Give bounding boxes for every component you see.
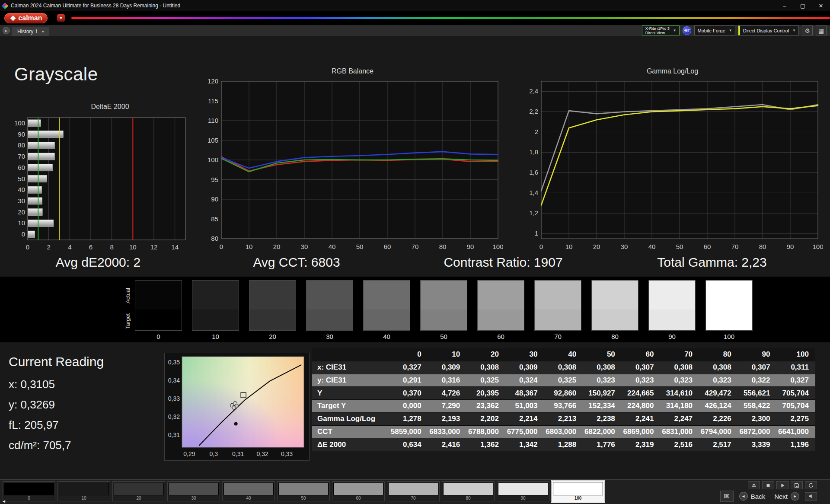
- swatch-level-label: 60: [497, 333, 504, 340]
- table-cell: 6872,000: [738, 426, 777, 438]
- stop-button[interactable]: [762, 481, 774, 489]
- x-tick-label: 0: [220, 243, 223, 250]
- level-button-label: 90: [497, 495, 549, 501]
- swatch-level-label: 70: [554, 333, 562, 340]
- close-button[interactable]: ✕: [812, 0, 830, 11]
- table-row: Y0,3704,72620,39548,36792,860150,927224,…: [312, 387, 815, 400]
- y-tick-label: 70: [18, 153, 25, 160]
- source-select[interactable]: Mobile Forge ▼: [694, 26, 735, 35]
- swatch-square: [477, 280, 524, 331]
- tab-history-label: History 1: [17, 29, 38, 35]
- y-tick-label: 10: [18, 219, 25, 226]
- level-button-swatch: [278, 483, 329, 495]
- actual-swatch: [306, 281, 353, 309]
- grayscale-level-button-20[interactable]: 20: [112, 482, 165, 501]
- meter-select[interactable]: X-Rite i1Pro 3 Direct View ▼: [642, 26, 680, 35]
- calman-diamond-icon: ❖: [10, 14, 16, 22]
- grayscale-level-button-0[interactable]: 0: [3, 482, 55, 501]
- table-cell: 0,291: [389, 374, 428, 387]
- table-cell: 1,278: [389, 413, 428, 425]
- mute-button[interactable]: [805, 492, 817, 501]
- swatch-square: [706, 280, 753, 331]
- x-tick-label: 0: [26, 243, 29, 251]
- table-cell: 1,342: [505, 438, 544, 451]
- refresh-button[interactable]: [805, 481, 817, 489]
- table-cell: 0,324: [505, 374, 544, 387]
- table-cell: 3,339: [738, 438, 777, 451]
- back-button[interactable]: ◄ Back: [736, 492, 769, 501]
- grayscale-level-button-50[interactable]: 50: [277, 482, 330, 501]
- maximize-button[interactable]: ▢: [794, 0, 812, 11]
- minimize-button[interactable]: –: [776, 0, 794, 11]
- grayscale-level-button-10[interactable]: 10: [57, 482, 110, 501]
- x-tick-label: 40: [648, 243, 656, 250]
- grayscale-swatch-20: 20: [249, 280, 296, 340]
- y-tick-label: 2,4: [529, 87, 538, 95]
- table-cell: 2,202: [466, 413, 505, 425]
- next-button-label: Next: [774, 493, 788, 500]
- next-button[interactable]: Next ►: [771, 492, 803, 501]
- scroll-left-button[interactable]: ◄: [2, 499, 6, 504]
- target-swatch: [364, 309, 410, 330]
- grayscale-level-button-100[interactable]: 100: [552, 481, 604, 502]
- level-button-label: 100: [552, 495, 604, 502]
- x-tick-label: 90: [787, 243, 794, 250]
- calman-menu-button[interactable]: ❖ calman: [4, 13, 48, 23]
- x-tick-label: 10: [129, 243, 137, 251]
- swatch-square: [363, 280, 410, 331]
- eject-button[interactable]: [748, 481, 760, 489]
- display-control-select[interactable]: Direct Display Control ▼: [738, 26, 799, 35]
- deltae-bar-80: [28, 142, 54, 149]
- table-column-header: 90: [738, 348, 777, 361]
- swatch-square: [192, 280, 239, 331]
- target-swatch: [478, 309, 524, 330]
- layout-button[interactable]: ▦: [816, 26, 827, 35]
- settings-button[interactable]: ⚙: [802, 26, 813, 35]
- calman-menu-caret[interactable]: ▼: [57, 14, 65, 22]
- target-swatch: [192, 309, 239, 330]
- grayscale-level-button-90[interactable]: 90: [497, 482, 549, 501]
- table-cell: 1,196: [776, 438, 815, 451]
- y-tick-label: 110: [208, 117, 218, 124]
- table-cell: 705,704: [776, 400, 815, 412]
- swatch-level-label: 90: [668, 333, 676, 340]
- target-row-label: Target: [124, 310, 132, 332]
- y-tick-label: 80: [211, 235, 218, 242]
- table-row: ΔE 20000,6342,4161,3621,3421,2881,7762,3…: [312, 438, 815, 451]
- cie-chromaticity-chart: 0,290,30,310,320,330,310,320,330,340,35: [164, 353, 310, 461]
- x-tick-label: 70: [731, 243, 739, 250]
- tab-history-1[interactable]: History 1 ▼: [13, 27, 49, 36]
- grayscale-level-button-40[interactable]: 40: [222, 482, 275, 501]
- history-nav-button[interactable]: ▸: [3, 27, 10, 34]
- level-button-swatch: [388, 483, 438, 495]
- table-column-header: 70: [660, 348, 699, 361]
- x-tick-label: 8: [110, 243, 113, 251]
- table-cell: 314,180: [660, 400, 699, 412]
- next-icon: ►: [791, 492, 799, 501]
- y-tick-label: 100: [208, 156, 218, 163]
- x-tick-label: 0,29: [183, 450, 195, 457]
- display-mode-button[interactable]: [720, 491, 734, 502]
- grayscale-level-button-30[interactable]: 30: [167, 482, 220, 501]
- gamma-chart-title: Gamma Log/Log: [522, 67, 823, 78]
- target-swatch: [535, 309, 581, 330]
- table-cell: 556,621: [738, 387, 777, 399]
- table-cell: 0,308: [583, 361, 622, 374]
- grayscale-swatch-10: 10: [192, 280, 239, 340]
- table-row: CCT5859,0006833,0006788,0006775,0006803,…: [312, 426, 815, 439]
- table-cell: 0,322: [738, 374, 777, 387]
- grayscale-level-button-60[interactable]: 60: [332, 482, 385, 501]
- deltae-bar-40: [28, 186, 42, 193]
- y-tick-label: 20: [18, 208, 25, 216]
- table-cell: 1,362: [466, 438, 505, 451]
- table-cell: 0,307: [622, 361, 661, 374]
- play-button[interactable]: [776, 481, 788, 489]
- save-button[interactable]: [791, 481, 803, 489]
- actual-swatch: [535, 281, 581, 309]
- y-tick-label: 2: [535, 128, 538, 135]
- avg-cct-stat: Avg CCT: 6803: [253, 255, 340, 270]
- monitor-icon: [724, 493, 730, 499]
- grayscale-level-button-70[interactable]: 70: [387, 482, 440, 501]
- grayscale-level-button-80[interactable]: 80: [442, 482, 495, 501]
- table-cell: 6641,000: [776, 426, 815, 438]
